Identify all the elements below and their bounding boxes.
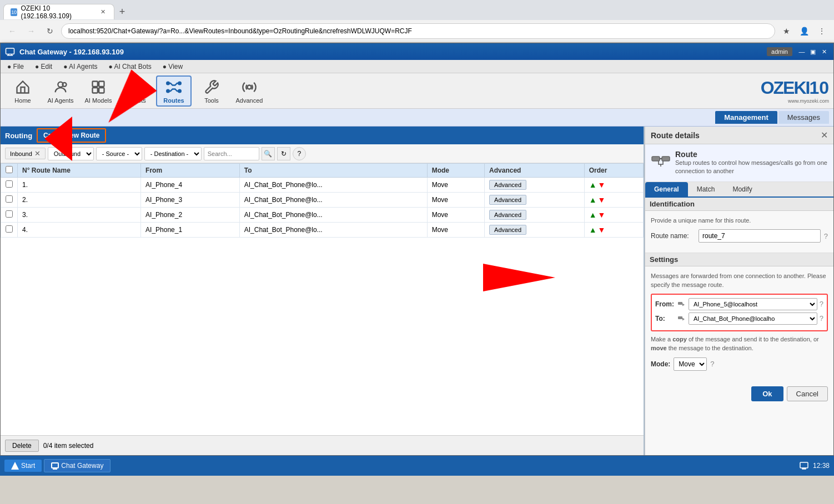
toolbar-routes-label: Routes [163, 97, 184, 104]
forward-button[interactable]: → [23, 23, 39, 39]
menu-view[interactable]: ● View [160, 62, 185, 71]
to-select[interactable]: AI_Chat_Bot_Phone@localho [689, 313, 817, 325]
col-mode: Mode [427, 164, 484, 178]
toolbar-ai-models[interactable]: AI Models [81, 75, 116, 107]
routing-label: Routing [5, 132, 32, 140]
order-down-button[interactable]: ▼ [598, 225, 606, 234]
svg-rect-3 [93, 81, 98, 86]
inbound-filter-remove[interactable]: ✕ [34, 149, 41, 158]
profile-button[interactable]: 👤 [796, 23, 812, 39]
filter-help-button[interactable]: ? [293, 147, 306, 160]
chat-gateway-icon [51, 462, 59, 470]
delete-button[interactable]: Delete [5, 440, 39, 452]
svg-marker-20 [11, 462, 19, 470]
order-up-button[interactable]: ▲ [589, 195, 597, 204]
logo-area: OZEKI 10 www.myozeki.com [761, 78, 829, 104]
destination-filter-select[interactable]: - Destination - [144, 147, 202, 160]
row-checkbox[interactable] [6, 180, 13, 188]
menu-ai-chat-bots[interactable]: ● AI Chat Bots [106, 62, 153, 71]
toolbar-routes[interactable]: Routes [156, 75, 192, 107]
row-advanced: Advanced [485, 193, 585, 208]
row-checkbox[interactable] [6, 195, 13, 203]
app-title: Chat Gateway - 192.168.93.109 [19, 48, 124, 56]
toolbar: Home AI Agents AI Models [1, 73, 833, 109]
panel-close-button[interactable]: ✕ [821, 130, 828, 140]
route-info-title: Route [675, 150, 828, 159]
order-up-button[interactable]: ▲ [589, 225, 597, 234]
mode-select[interactable]: Move Copy [674, 357, 707, 371]
advanced-button[interactable]: Advanced [489, 180, 526, 190]
panel-tab-general[interactable]: General [645, 182, 688, 196]
advanced-button[interactable]: Advanced [489, 225, 526, 235]
search-button[interactable]: 🔍 [262, 147, 275, 160]
start-button[interactable]: Start [4, 460, 42, 472]
reload-button[interactable]: ↻ [42, 23, 58, 39]
from-help-icon[interactable]: ? [820, 300, 823, 308]
menu-ai-agents[interactable]: ● AI Agents [61, 62, 99, 71]
menu-button[interactable]: ⋮ [814, 23, 830, 39]
order-down-button[interactable]: ▼ [598, 210, 606, 219]
from-select[interactable]: AI_Phone_5@localhost [689, 298, 817, 310]
route-name-help-icon[interactable]: ? [824, 232, 828, 240]
select-all-checkbox[interactable] [6, 166, 13, 173]
to-help-icon[interactable]: ? [820, 314, 823, 322]
col-order: Order [584, 164, 643, 178]
route-name-row: Route name: ? [651, 229, 828, 243]
bottom-bar: Delete 0/4 item selected [1, 435, 644, 455]
panel-tab-modify[interactable]: Modify [724, 182, 761, 196]
create-route-button[interactable]: Create new Route [37, 128, 106, 143]
route-name-input[interactable] [699, 229, 821, 243]
management-tab[interactable]: Management [715, 111, 777, 124]
order-down-button[interactable]: ▼ [598, 195, 606, 204]
menu-edit[interactable]: ● Edit [33, 62, 54, 71]
source-filter-select[interactable]: - Source - [96, 147, 142, 160]
admin-badge: admin [767, 47, 792, 56]
cancel-button[interactable]: Cancel [787, 386, 828, 401]
back-button[interactable]: ← [4, 23, 20, 39]
refresh-button[interactable]: ↻ [277, 147, 290, 160]
new-tab-button[interactable]: + [114, 4, 130, 19]
home-icon [14, 78, 32, 96]
order-up-button[interactable]: ▲ [589, 210, 597, 219]
tools-icon [203, 78, 220, 96]
settings-title: Settings [645, 253, 833, 266]
row-checkbox[interactable] [6, 210, 13, 218]
outbound-filter-select[interactable]: Outbound [48, 147, 94, 160]
toolbar-advanced[interactable]: Advanced [232, 75, 267, 107]
mode-help-icon[interactable]: ? [710, 360, 714, 368]
advanced-button[interactable]: Advanced [489, 195, 526, 205]
maximize-button[interactable]: ▣ [808, 47, 818, 57]
toolbar-ai-bots[interactable]: AI Bots [118, 75, 154, 107]
row-checkbox[interactable] [6, 225, 13, 233]
close-window-button[interactable]: ✕ [819, 47, 829, 57]
toolbar-ai-agents[interactable]: AI Agents [43, 75, 78, 107]
ok-button[interactable]: Ok [751, 386, 783, 401]
search-input[interactable] [204, 147, 259, 160]
bookmark-button[interactable]: ★ [778, 23, 794, 39]
order-down-button[interactable]: ▼ [598, 180, 606, 189]
browser-chrome: 10 OZEKI 10 (192.168.93.109) ✕ + ← → ↻ ★… [0, 0, 834, 43]
tab-close-button[interactable]: ✕ [99, 8, 107, 17]
row-order: ▲ ▼ [584, 208, 643, 223]
mode-row: Mode: Move Copy ? [651, 357, 828, 371]
row-num: 3. [18, 208, 141, 223]
ozeki-logo-text: OZEKI [761, 78, 810, 98]
advanced-button[interactable]: Advanced [489, 210, 526, 220]
address-bar[interactable] [61, 23, 775, 39]
svg-point-11 [167, 82, 169, 84]
routes-icon [165, 78, 183, 96]
panel-tab-match[interactable]: Match [688, 182, 724, 196]
svg-point-10 [135, 80, 137, 82]
order-up-button[interactable]: ▲ [589, 180, 597, 189]
menu-file[interactable]: ● File [5, 62, 26, 71]
browser-tab-active[interactable]: 10 OZEKI 10 (192.168.93.109) ✕ [3, 4, 114, 19]
from-row: From: AI_Phone_5@localhost ? [655, 298, 823, 310]
toolbar-tools[interactable]: Tools [194, 75, 229, 107]
row-num: 4. [18, 223, 141, 238]
taskbar-chat-gateway[interactable]: Chat Gateway [44, 459, 110, 472]
minimize-button[interactable]: — [797, 47, 807, 57]
messages-tab[interactable]: Messages [778, 111, 829, 124]
app-tab-bar: Management Messages [1, 109, 833, 127]
toolbar-home[interactable]: Home [5, 75, 41, 107]
row-from: AI_Phone_1 [141, 223, 240, 238]
